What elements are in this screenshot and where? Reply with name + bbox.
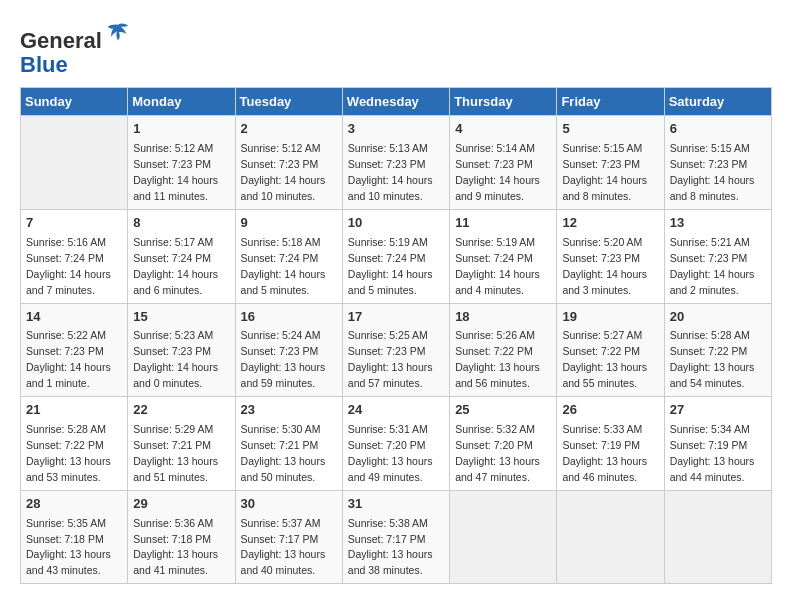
- day-number: 4: [455, 120, 551, 139]
- calendar-cell: 1Sunrise: 5:12 AMSunset: 7:23 PMDaylight…: [128, 116, 235, 210]
- day-number: 29: [133, 495, 229, 514]
- calendar-cell: 19Sunrise: 5:27 AMSunset: 7:22 PMDayligh…: [557, 303, 664, 397]
- day-number: 16: [241, 308, 337, 327]
- weekday-header-tuesday: Tuesday: [235, 88, 342, 116]
- day-number: 26: [562, 401, 658, 420]
- day-info: Sunrise: 5:14 AMSunset: 7:23 PMDaylight:…: [455, 142, 540, 202]
- calendar-cell: 21Sunrise: 5:28 AMSunset: 7:22 PMDayligh…: [21, 397, 128, 491]
- day-info: Sunrise: 5:30 AMSunset: 7:21 PMDaylight:…: [241, 423, 326, 483]
- day-info: Sunrise: 5:32 AMSunset: 7:20 PMDaylight:…: [455, 423, 540, 483]
- calendar-cell: 16Sunrise: 5:24 AMSunset: 7:23 PMDayligh…: [235, 303, 342, 397]
- day-number: 11: [455, 214, 551, 233]
- day-info: Sunrise: 5:15 AMSunset: 7:23 PMDaylight:…: [670, 142, 755, 202]
- calendar-cell: 26Sunrise: 5:33 AMSunset: 7:19 PMDayligh…: [557, 397, 664, 491]
- day-number: 24: [348, 401, 444, 420]
- day-number: 27: [670, 401, 766, 420]
- day-number: 9: [241, 214, 337, 233]
- day-info: Sunrise: 5:18 AMSunset: 7:24 PMDaylight:…: [241, 236, 326, 296]
- calendar-cell: 31Sunrise: 5:38 AMSunset: 7:17 PMDayligh…: [342, 490, 449, 584]
- calendar-cell: [557, 490, 664, 584]
- day-info: Sunrise: 5:33 AMSunset: 7:19 PMDaylight:…: [562, 423, 647, 483]
- calendar-cell: 4Sunrise: 5:14 AMSunset: 7:23 PMDaylight…: [450, 116, 557, 210]
- logo: General Blue: [20, 20, 132, 77]
- calendar-cell: 28Sunrise: 5:35 AMSunset: 7:18 PMDayligh…: [21, 490, 128, 584]
- logo-blue: Blue: [20, 52, 68, 77]
- logo-general: General: [20, 28, 102, 53]
- calendar-cell: 27Sunrise: 5:34 AMSunset: 7:19 PMDayligh…: [664, 397, 771, 491]
- calendar-cell: [450, 490, 557, 584]
- calendar-cell: 5Sunrise: 5:15 AMSunset: 7:23 PMDaylight…: [557, 116, 664, 210]
- day-number: 30: [241, 495, 337, 514]
- day-info: Sunrise: 5:13 AMSunset: 7:23 PMDaylight:…: [348, 142, 433, 202]
- weekday-header-wednesday: Wednesday: [342, 88, 449, 116]
- day-info: Sunrise: 5:31 AMSunset: 7:20 PMDaylight:…: [348, 423, 433, 483]
- day-info: Sunrise: 5:22 AMSunset: 7:23 PMDaylight:…: [26, 329, 111, 389]
- calendar-cell: 9Sunrise: 5:18 AMSunset: 7:24 PMDaylight…: [235, 209, 342, 303]
- calendar-cell: 14Sunrise: 5:22 AMSunset: 7:23 PMDayligh…: [21, 303, 128, 397]
- calendar-cell: 11Sunrise: 5:19 AMSunset: 7:24 PMDayligh…: [450, 209, 557, 303]
- calendar-cell: 10Sunrise: 5:19 AMSunset: 7:24 PMDayligh…: [342, 209, 449, 303]
- calendar-cell: 22Sunrise: 5:29 AMSunset: 7:21 PMDayligh…: [128, 397, 235, 491]
- day-number: 5: [562, 120, 658, 139]
- day-number: 31: [348, 495, 444, 514]
- calendar-cell: [21, 116, 128, 210]
- day-info: Sunrise: 5:34 AMSunset: 7:19 PMDaylight:…: [670, 423, 755, 483]
- calendar-cell: 25Sunrise: 5:32 AMSunset: 7:20 PMDayligh…: [450, 397, 557, 491]
- calendar-cell: 3Sunrise: 5:13 AMSunset: 7:23 PMDaylight…: [342, 116, 449, 210]
- day-info: Sunrise: 5:36 AMSunset: 7:18 PMDaylight:…: [133, 517, 218, 577]
- day-number: 22: [133, 401, 229, 420]
- day-info: Sunrise: 5:12 AMSunset: 7:23 PMDaylight:…: [241, 142, 326, 202]
- calendar-table: SundayMondayTuesdayWednesdayThursdayFrid…: [20, 87, 772, 584]
- day-info: Sunrise: 5:15 AMSunset: 7:23 PMDaylight:…: [562, 142, 647, 202]
- day-info: Sunrise: 5:16 AMSunset: 7:24 PMDaylight:…: [26, 236, 111, 296]
- logo-bird-icon: [104, 20, 132, 48]
- day-info: Sunrise: 5:17 AMSunset: 7:24 PMDaylight:…: [133, 236, 218, 296]
- weekday-header-friday: Friday: [557, 88, 664, 116]
- day-number: 14: [26, 308, 122, 327]
- calendar-cell: 23Sunrise: 5:30 AMSunset: 7:21 PMDayligh…: [235, 397, 342, 491]
- calendar-cell: 30Sunrise: 5:37 AMSunset: 7:17 PMDayligh…: [235, 490, 342, 584]
- calendar-cell: 13Sunrise: 5:21 AMSunset: 7:23 PMDayligh…: [664, 209, 771, 303]
- day-number: 3: [348, 120, 444, 139]
- day-info: Sunrise: 5:24 AMSunset: 7:23 PMDaylight:…: [241, 329, 326, 389]
- day-info: Sunrise: 5:28 AMSunset: 7:22 PMDaylight:…: [670, 329, 755, 389]
- day-info: Sunrise: 5:28 AMSunset: 7:22 PMDaylight:…: [26, 423, 111, 483]
- day-number: 17: [348, 308, 444, 327]
- calendar-cell: 17Sunrise: 5:25 AMSunset: 7:23 PMDayligh…: [342, 303, 449, 397]
- day-info: Sunrise: 5:27 AMSunset: 7:22 PMDaylight:…: [562, 329, 647, 389]
- calendar-cell: 24Sunrise: 5:31 AMSunset: 7:20 PMDayligh…: [342, 397, 449, 491]
- page-header: General Blue: [20, 20, 772, 77]
- day-number: 2: [241, 120, 337, 139]
- day-number: 23: [241, 401, 337, 420]
- calendar-cell: 8Sunrise: 5:17 AMSunset: 7:24 PMDaylight…: [128, 209, 235, 303]
- day-number: 8: [133, 214, 229, 233]
- day-info: Sunrise: 5:23 AMSunset: 7:23 PMDaylight:…: [133, 329, 218, 389]
- weekday-header-sunday: Sunday: [21, 88, 128, 116]
- day-number: 15: [133, 308, 229, 327]
- calendar-cell: 29Sunrise: 5:36 AMSunset: 7:18 PMDayligh…: [128, 490, 235, 584]
- day-number: 10: [348, 214, 444, 233]
- day-number: 6: [670, 120, 766, 139]
- day-info: Sunrise: 5:37 AMSunset: 7:17 PMDaylight:…: [241, 517, 326, 577]
- calendar-cell: 7Sunrise: 5:16 AMSunset: 7:24 PMDaylight…: [21, 209, 128, 303]
- weekday-header-monday: Monday: [128, 88, 235, 116]
- day-info: Sunrise: 5:12 AMSunset: 7:23 PMDaylight:…: [133, 142, 218, 202]
- day-number: 25: [455, 401, 551, 420]
- weekday-header-saturday: Saturday: [664, 88, 771, 116]
- calendar-cell: 2Sunrise: 5:12 AMSunset: 7:23 PMDaylight…: [235, 116, 342, 210]
- day-info: Sunrise: 5:26 AMSunset: 7:22 PMDaylight:…: [455, 329, 540, 389]
- day-number: 13: [670, 214, 766, 233]
- day-info: Sunrise: 5:25 AMSunset: 7:23 PMDaylight:…: [348, 329, 433, 389]
- day-number: 19: [562, 308, 658, 327]
- calendar-cell: 15Sunrise: 5:23 AMSunset: 7:23 PMDayligh…: [128, 303, 235, 397]
- day-number: 20: [670, 308, 766, 327]
- day-number: 1: [133, 120, 229, 139]
- calendar-cell: 18Sunrise: 5:26 AMSunset: 7:22 PMDayligh…: [450, 303, 557, 397]
- calendar-cell: [664, 490, 771, 584]
- calendar-cell: 20Sunrise: 5:28 AMSunset: 7:22 PMDayligh…: [664, 303, 771, 397]
- weekday-header-thursday: Thursday: [450, 88, 557, 116]
- day-number: 12: [562, 214, 658, 233]
- day-number: 18: [455, 308, 551, 327]
- day-info: Sunrise: 5:19 AMSunset: 7:24 PMDaylight:…: [455, 236, 540, 296]
- calendar-cell: 12Sunrise: 5:20 AMSunset: 7:23 PMDayligh…: [557, 209, 664, 303]
